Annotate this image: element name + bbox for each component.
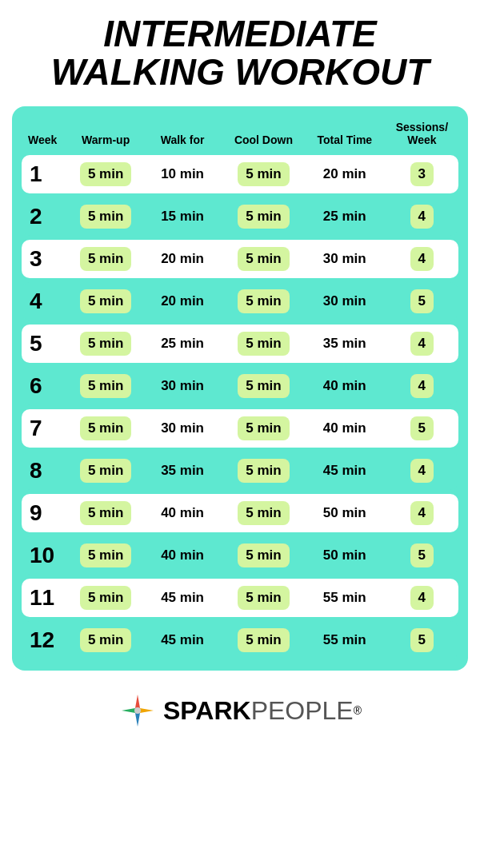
sessions-td: 5 <box>386 536 458 575</box>
table-row: 6 5 min 30 min 5 min 40 min 4 <box>22 367 458 405</box>
sessions-td: 4 <box>386 494 458 532</box>
title-line1: INTERMEDIATE <box>8 14 472 53</box>
warmup-cell: 5 min <box>80 586 131 610</box>
table-row: 1 5 min 10 min 5 min 20 min 3 <box>22 155 458 193</box>
workout-table-container: Week Warm-up Walk for Cool Down Total Ti… <box>12 106 468 671</box>
totaltime-cell: 25 min <box>304 197 386 236</box>
warmup-cell: 5 min <box>80 374 131 398</box>
svg-marker-3 <box>122 708 135 713</box>
sessions-cell: 4 <box>410 332 434 356</box>
walkfor-cell: 35 min <box>142 452 223 490</box>
week-cell: 8 <box>22 452 70 490</box>
warmup-cell: 5 min <box>80 332 131 356</box>
sessions-cell: 4 <box>410 205 434 229</box>
warmup-cell: 5 min <box>80 459 131 483</box>
sessions-td: 4 <box>386 579 458 617</box>
brand-registered: ® <box>354 703 362 716</box>
spark-star-icon <box>118 691 157 730</box>
cooldown-td: 5 min <box>223 452 304 490</box>
warmup-td: 5 min <box>70 155 142 193</box>
svg-marker-0 <box>135 695 140 708</box>
cooldown-td: 5 min <box>223 494 304 532</box>
warmup-cell: 5 min <box>80 162 131 186</box>
table-row: 11 5 min 45 min 5 min 55 min 4 <box>22 579 458 617</box>
walkfor-cell: 20 min <box>142 240 223 278</box>
table-row: 4 5 min 20 min 5 min 30 min 5 <box>22 282 458 321</box>
walkfor-cell: 40 min <box>142 536 223 575</box>
totaltime-cell: 50 min <box>304 536 386 575</box>
sessions-td: 4 <box>386 367 458 405</box>
week-cell: 12 <box>22 621 70 659</box>
warmup-td: 5 min <box>70 240 142 278</box>
warmup-cell: 5 min <box>80 543 131 567</box>
header-walkfor: Walk for <box>142 114 223 156</box>
week-cell: 1 <box>22 155 70 193</box>
totaltime-cell: 55 min <box>304 621 386 659</box>
cooldown-cell: 5 min <box>238 374 289 398</box>
footer: SPARKPEOPLE® <box>0 677 480 741</box>
sessions-cell: 5 <box>410 416 434 440</box>
sessions-cell: 4 <box>410 374 434 398</box>
week-cell: 3 <box>22 240 70 278</box>
cooldown-td: 5 min <box>223 621 304 659</box>
sessions-cell: 4 <box>410 501 434 525</box>
cooldown-cell: 5 min <box>238 247 289 271</box>
header-sessions: Sessions/Week <box>386 114 458 156</box>
cooldown-cell: 5 min <box>238 205 289 229</box>
week-cell: 7 <box>22 409 70 448</box>
week-cell: 6 <box>22 367 70 405</box>
week-cell: 2 <box>22 197 70 236</box>
walkfor-cell: 45 min <box>142 579 223 617</box>
sessions-td: 4 <box>386 240 458 278</box>
sessions-cell: 5 <box>410 628 434 652</box>
sessions-cell: 5 <box>410 289 434 313</box>
cooldown-td: 5 min <box>223 197 304 236</box>
header-totaltime: Total Time <box>304 114 386 156</box>
title-line2: WALKING WORKOUT <box>8 53 472 91</box>
workout-table: Week Warm-up Walk for Cool Down Total Ti… <box>22 114 458 660</box>
svg-marker-1 <box>140 708 154 713</box>
cooldown-td: 5 min <box>223 240 304 278</box>
table-row: 10 5 min 40 min 5 min 50 min 5 <box>22 536 458 575</box>
cooldown-cell: 5 min <box>238 459 289 483</box>
header-cooldown: Cool Down <box>223 114 304 156</box>
cooldown-td: 5 min <box>223 155 304 193</box>
warmup-td: 5 min <box>70 452 142 490</box>
warmup-td: 5 min <box>70 325 142 363</box>
cooldown-cell: 5 min <box>238 628 289 652</box>
walkfor-cell: 45 min <box>142 621 223 659</box>
header-warmup: Warm-up <box>70 114 142 156</box>
warmup-cell: 5 min <box>80 247 131 271</box>
warmup-td: 5 min <box>70 494 142 532</box>
table-row: 2 5 min 15 min 5 min 25 min 4 <box>22 197 458 236</box>
cooldown-cell: 5 min <box>238 332 289 356</box>
totaltime-cell: 55 min <box>304 579 386 617</box>
sessions-cell: 4 <box>410 586 434 610</box>
sessions-td: 3 <box>386 155 458 193</box>
sessions-td: 4 <box>386 197 458 236</box>
warmup-td: 5 min <box>70 282 142 321</box>
cooldown-td: 5 min <box>223 367 304 405</box>
walkfor-cell: 20 min <box>142 282 223 321</box>
week-cell: 4 <box>22 282 70 321</box>
totaltime-cell: 40 min <box>304 367 386 405</box>
header-week: Week <box>22 114 70 156</box>
totaltime-cell: 40 min <box>304 409 386 448</box>
cooldown-cell: 5 min <box>238 501 289 525</box>
totaltime-cell: 20 min <box>304 155 386 193</box>
sessions-td: 5 <box>386 621 458 659</box>
svg-point-4 <box>134 707 141 714</box>
brand-spark: SPARK <box>163 696 251 725</box>
warmup-td: 5 min <box>70 536 142 575</box>
week-cell: 11 <box>22 579 70 617</box>
warmup-cell: 5 min <box>80 416 131 440</box>
cooldown-td: 5 min <box>223 409 304 448</box>
week-cell: 10 <box>22 536 70 575</box>
table-row: 5 5 min 25 min 5 min 35 min 4 <box>22 325 458 363</box>
warmup-td: 5 min <box>70 621 142 659</box>
walkfor-cell: 10 min <box>142 155 223 193</box>
sessions-cell: 4 <box>410 459 434 483</box>
totaltime-cell: 35 min <box>304 325 386 363</box>
warmup-td: 5 min <box>70 409 142 448</box>
table-row: 3 5 min 20 min 5 min 30 min 4 <box>22 240 458 278</box>
